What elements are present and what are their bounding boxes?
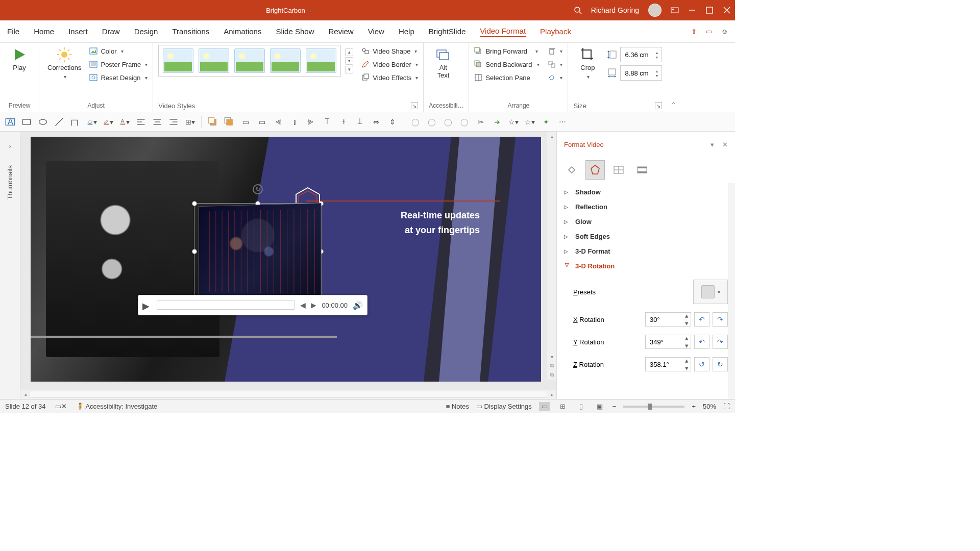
tab-transitions[interactable]: Transitions xyxy=(172,26,209,37)
tab-animations[interactable]: Animations xyxy=(224,26,261,37)
bring-forward-button[interactable]: Bring Forward▾ xyxy=(474,46,540,56)
section-reflection[interactable]: ▷Reflection xyxy=(562,199,730,214)
poster-frame-button[interactable]: Poster Frame▾ xyxy=(89,59,148,69)
share-icon[interactable]: ⇧ xyxy=(691,28,697,35)
section-3d-rotation[interactable]: ▷3-D Rotation xyxy=(562,259,730,273)
qat-align-center-icon[interactable] xyxy=(152,117,162,127)
qat-textbox-icon[interactable]: A xyxy=(5,117,15,127)
tab-view[interactable]: View xyxy=(368,26,384,37)
category-fill-icon[interactable] xyxy=(562,160,581,180)
tab-insert[interactable]: Insert xyxy=(68,26,88,37)
scroll-right-icon[interactable]: ▸ xyxy=(547,392,556,397)
tab-brightslide[interactable]: BrightSlide xyxy=(429,26,466,37)
style-thumb-2[interactable] xyxy=(199,48,229,73)
qat-align-objects-right-icon[interactable]: ⫸ xyxy=(306,117,316,127)
qat-align-objects-middle-icon[interactable]: ⫲ xyxy=(338,117,349,127)
pane-close-icon[interactable]: ✕ xyxy=(722,141,728,148)
rotate-x-left-icon[interactable]: ↶ xyxy=(694,312,709,327)
qat-animation3-icon[interactable]: ✦ xyxy=(541,117,551,127)
tab-help[interactable]: Help xyxy=(399,26,414,37)
tab-file[interactable]: File xyxy=(7,26,19,37)
style-thumb-1[interactable] xyxy=(163,48,193,73)
rotate-x-right-icon[interactable]: ↷ xyxy=(713,312,728,327)
maximize-button[interactable] xyxy=(705,6,714,14)
expand-thumbnails-icon[interactable]: › xyxy=(9,142,11,150)
volume-icon[interactable]: 🔊 xyxy=(353,300,363,310)
zoom-level[interactable]: 50% xyxy=(703,403,716,410)
slide[interactable]: Real-time updates at your fingertips ▶ xyxy=(31,137,541,382)
prev-slide-icon[interactable]: ⧉ xyxy=(547,361,556,370)
dialog-launcher-icon[interactable]: ↘ xyxy=(411,102,418,109)
style-thumb-5[interactable] xyxy=(306,48,336,73)
qat-bring-forward-icon[interactable]: ▭ xyxy=(240,117,251,127)
section-3d-format[interactable]: ▷3-D Format xyxy=(562,244,730,259)
color-button[interactable]: Color▾ xyxy=(89,46,148,56)
corrections-button[interactable]: Corrections ▾ xyxy=(44,45,84,82)
resize-handle-tl[interactable] xyxy=(192,201,197,206)
horizontal-scrollbar[interactable]: ◂ ▸ xyxy=(20,390,556,399)
qat-combine-icon[interactable]: ◯ xyxy=(427,117,437,127)
section-soft-edges[interactable]: ▷Soft Edges xyxy=(562,229,730,244)
video-style-gallery[interactable]: ▴▾▾ xyxy=(158,45,353,77)
comments-icon[interactable]: ▭ xyxy=(706,28,712,35)
video-selection-box[interactable] xyxy=(194,203,322,300)
tab-playback[interactable]: Playback xyxy=(540,26,571,37)
section-glow[interactable]: ▷Glow xyxy=(562,214,730,229)
qat-freeform-icon[interactable] xyxy=(70,117,81,127)
fit-to-window-icon[interactable]: ⛶ xyxy=(723,403,730,410)
category-size-icon[interactable] xyxy=(609,160,628,180)
qat-align-objects-top-icon[interactable]: ⟙ xyxy=(322,117,332,127)
z-rotation-input[interactable]: 358.1°▴▾ xyxy=(645,357,691,371)
slide-counter[interactable]: Slide 12 of 34 xyxy=(5,403,46,410)
qat-line-icon[interactable] xyxy=(54,117,64,127)
qat-animation2-icon[interactable]: ☆▾ xyxy=(525,117,535,127)
pane-options-icon[interactable]: ▾ xyxy=(710,141,714,148)
close-button[interactable] xyxy=(723,6,731,14)
style-thumb-4[interactable] xyxy=(270,48,301,73)
display-settings-button[interactable]: ▭ Display Settings xyxy=(476,403,532,410)
qat-outline-icon[interactable]: ▾ xyxy=(103,117,113,127)
category-video-icon[interactable] xyxy=(632,160,652,180)
normal-view-icon[interactable]: ▭ xyxy=(539,402,550,411)
tab-video-format[interactable]: Video Format xyxy=(480,26,526,37)
smiley-icon[interactable]: ☺ xyxy=(721,28,728,35)
rotate-z-left-icon[interactable]: ↺ xyxy=(694,357,709,371)
tab-design[interactable]: Design xyxy=(134,26,158,37)
rotate-button[interactable]: ▾ xyxy=(548,72,562,83)
qat-align-objects-left-icon[interactable]: ⫷ xyxy=(273,117,283,127)
qat-intersect-icon[interactable]: ◯ xyxy=(459,117,470,127)
tab-review[interactable]: Review xyxy=(328,26,353,37)
qat-font-color-icon[interactable]: A▾ xyxy=(119,117,130,127)
qat-animation-icon[interactable]: ☆▾ xyxy=(508,117,519,127)
alt-text-button[interactable]: Alt Text xyxy=(429,45,457,82)
send-backward-button[interactable]: Send Backward▾ xyxy=(474,59,540,69)
qat-bring-front-icon[interactable] xyxy=(208,117,218,127)
qat-align-middle-icon[interactable]: ⊞▾ xyxy=(185,117,195,127)
media-play-icon[interactable]: ▶ xyxy=(142,300,152,310)
search-icon[interactable] xyxy=(574,6,582,14)
reset-design-button[interactable]: Reset Design▾ xyxy=(89,72,148,83)
style-thumb-3[interactable] xyxy=(234,48,265,73)
qat-align-objects-center-icon[interactable]: ⫿ xyxy=(289,117,300,127)
width-input[interactable]: 8.88 cm▴▾ xyxy=(620,65,662,81)
presets-dropdown[interactable]: ▾ xyxy=(693,280,728,304)
document-title[interactable]: BrightCarbon ▾ xyxy=(266,7,312,14)
media-progress-track[interactable] xyxy=(157,300,295,310)
tab-slideshow[interactable]: Slide Show xyxy=(276,26,314,37)
video-border-button[interactable]: Video Border▾ xyxy=(361,59,418,69)
qat-eyedropper-icon[interactable]: ➜ xyxy=(492,117,502,127)
resize-handle-ml[interactable] xyxy=(192,249,197,254)
scroll-down-icon[interactable]: ▾ xyxy=(547,352,556,361)
qat-oval-icon[interactable] xyxy=(38,117,48,127)
collapse-ribbon-icon[interactable]: ⌃ xyxy=(667,43,679,112)
qat-align-objects-bottom-icon[interactable]: ⟘ xyxy=(355,117,365,127)
reading-view-icon[interactable]: ▯ xyxy=(576,402,587,411)
spell-check-icon[interactable]: ▭✕ xyxy=(55,403,67,410)
thumbnails-panel[interactable]: › Thumbnails xyxy=(0,132,20,399)
rotation-handle[interactable] xyxy=(253,184,263,194)
rotate-y-right-icon[interactable]: ↷ xyxy=(713,335,728,349)
play-button[interactable]: Play xyxy=(5,45,34,74)
accessibility-status[interactable]: 🧍 Accessibility: Investigate xyxy=(76,403,158,410)
media-next-icon[interactable]: ▶ xyxy=(311,301,316,309)
qat-align-left-icon[interactable] xyxy=(136,117,146,127)
